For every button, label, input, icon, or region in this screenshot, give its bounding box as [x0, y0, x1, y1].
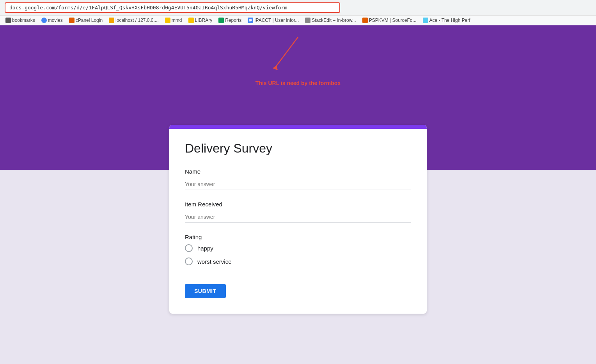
- form-container: Delivery Survey Name Item Received Ratin…: [169, 125, 427, 314]
- form-body: Delivery Survey Name Item Received Ratin…: [169, 129, 427, 314]
- svg-marker-1: [273, 65, 278, 70]
- browser-chrome: docs.google.com/forms/d/e/1FAlpQLSf_Qskx…: [0, 0, 596, 25]
- rating-label-happy: happy: [197, 245, 213, 252]
- svg-line-0: [275, 37, 298, 68]
- item-received-label: Item Received: [185, 201, 411, 208]
- bookmarks-bar: bookmarks movies cPanel Login localhost …: [0, 15, 596, 25]
- submit-button[interactable]: SUBMIT: [185, 284, 226, 298]
- bookmark-mmd[interactable]: mmd: [163, 17, 184, 24]
- radio-circle-worst-service: [185, 257, 193, 265]
- name-input[interactable]: [185, 179, 411, 190]
- movies-icon: [41, 18, 47, 23]
- reports-icon: [218, 18, 224, 23]
- rating-label: Rating: [185, 234, 411, 240]
- bookmark-ace[interactable]: Ace - The High Perf: [420, 17, 473, 24]
- form-title: Delivery Survey: [185, 141, 411, 156]
- bookmark-bookmarks[interactable]: bookmarks: [3, 17, 37, 24]
- name-label: Name: [185, 168, 411, 175]
- ace-icon: [423, 18, 428, 23]
- cpanel-icon: [69, 18, 74, 23]
- bookmark-reports[interactable]: Reports: [216, 17, 244, 24]
- localhost-icon: [109, 18, 114, 23]
- bookmark-cpanel[interactable]: cPanel Login: [67, 17, 105, 24]
- address-bar[interactable]: docs.google.com/forms/d/e/1FAlpQLSf_Qskx…: [5, 2, 340, 13]
- form-header-accent: [169, 125, 427, 129]
- annotation-arrow: [239, 33, 357, 80]
- bookmark-ipacct[interactable]: IP IPACCT | User infor...: [245, 17, 301, 24]
- ipacct-icon: IP: [248, 18, 253, 23]
- rating-field: Rating happy worst service: [185, 234, 411, 265]
- item-received-field: Item Received: [185, 201, 411, 223]
- bookmark-icon: [5, 18, 11, 23]
- rating-option-happy[interactable]: happy: [185, 244, 411, 252]
- rating-label-worst-service: worst service: [197, 258, 232, 265]
- rating-radio-group: happy worst service: [185, 244, 411, 265]
- bookmark-pspkvm[interactable]: PSPKVM | SourceFo...: [360, 17, 419, 24]
- radio-circle-happy: [185, 244, 193, 252]
- pspkvm-icon: [362, 18, 368, 23]
- name-field: Name: [185, 168, 411, 190]
- page-wrapper: This URL is need by the formbox Delivery…: [0, 25, 596, 364]
- stackedit-icon: [305, 18, 310, 23]
- mmd-icon: [165, 18, 170, 23]
- library-icon: [188, 18, 194, 23]
- bookmark-movies[interactable]: movies: [39, 17, 65, 24]
- bookmark-stackedit[interactable]: StackEdit – In-brow...: [303, 17, 358, 24]
- rating-option-worst-service[interactable]: worst service: [185, 257, 411, 265]
- address-bar-row: docs.google.com/forms/d/e/1FAlpQLSf_Qskx…: [0, 0, 596, 15]
- annotation-text: This URL is need by the formbox: [255, 80, 341, 86]
- item-received-input[interactable]: [185, 211, 411, 223]
- bookmark-localhost[interactable]: localhost / 127.0.0....: [106, 17, 161, 24]
- bookmark-library[interactable]: LIBRAry: [186, 17, 215, 24]
